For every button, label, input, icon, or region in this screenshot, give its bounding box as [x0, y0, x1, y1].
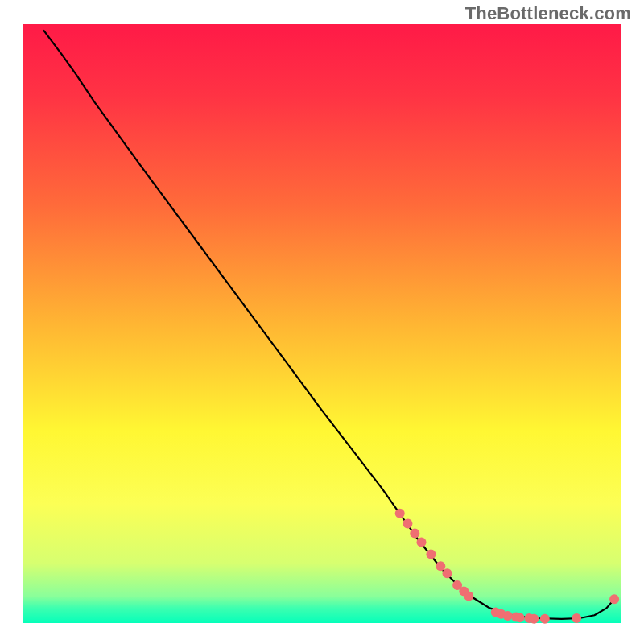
marker: [402, 519, 412, 529]
marker: [417, 538, 427, 547]
marker: [529, 614, 539, 624]
marker: [464, 592, 473, 601]
marker: [540, 614, 550, 624]
marker: [515, 613, 525, 622]
marker: [572, 613, 581, 623]
marker: [410, 528, 419, 538]
marker: [436, 561, 445, 571]
marker: [395, 509, 405, 518]
chart-container: TheBottleneck.com: [0, 0, 644, 644]
marker: [609, 594, 619, 604]
marker: [426, 549, 436, 559]
marker: [443, 568, 452, 578]
chart-background: [23, 24, 621, 623]
marker: [503, 611, 513, 621]
watermark: TheBottleneck.com: [465, 3, 631, 24]
bottleneck-chart: [0, 0, 644, 644]
